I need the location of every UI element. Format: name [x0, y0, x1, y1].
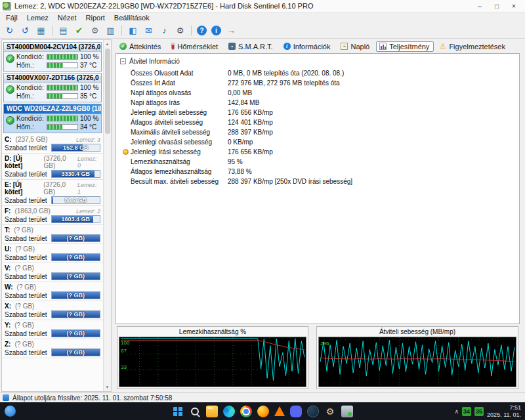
- menu-lemez[interactable]: Lemez: [22, 13, 53, 22]
- edge-icon[interactable]: [223, 406, 235, 417]
- partition-item-u[interactable]: U:(? GB)Szabad terület(? GB): [2, 244, 103, 263]
- temperature-bar: [47, 124, 78, 130]
- taskbar-clock[interactable]: 7:512025. 11. 01.: [487, 404, 521, 418]
- window-controls: – □ ×: [471, 1, 522, 11]
- check-circle-icon: ✓: [119, 43, 127, 50]
- menu-nezet[interactable]: Nézet: [53, 13, 81, 22]
- sidebar-scrollbar[interactable]: ▲ ▼: [103, 40, 111, 391]
- disk-item-st4000vx007-2dt166[interactable]: ST4000VX007-2DT166 (3726,0 GB)✓Kondíció:…: [3, 73, 102, 102]
- performance-panel: − Átvitel Információ Összes Olvasott Ada…: [116, 53, 520, 324]
- taskbar-tray: ∧34357:512025. 11. 01.: [454, 402, 521, 420]
- sidebar: ST4000DM004-2CV104 (3726,0 GB)✓Kondíció:…: [1, 39, 112, 392]
- tab-attekintes[interactable]: ✓Áttekintés: [116, 41, 166, 52]
- partition-item-e-uj-kotet[interactable]: E: [Új kötet](3726,0 GB)Lemez: 1Szabad t…: [2, 180, 103, 206]
- email-report-button[interactable]: ✉: [142, 24, 156, 37]
- menu-riport[interactable]: Riport: [81, 13, 110, 22]
- tab-homerseklet[interactable]: Hőmérséklet: [167, 41, 223, 52]
- hardware-monitor-button[interactable]: ▤: [56, 24, 70, 37]
- help-button[interactable]: ?: [197, 26, 207, 35]
- remote-monitor-button[interactable]: ◧: [126, 24, 140, 37]
- free-space-bar: (? GB): [51, 348, 101, 356]
- minimize-button[interactable]: –: [471, 1, 488, 11]
- partition-item-c[interactable]: C:(237,5 GB)Lemez: 3Szabad terület152.8 …: [2, 135, 103, 154]
- start-icon[interactable]: [173, 407, 182, 416]
- settings-button[interactable]: ⚙: [173, 24, 187, 37]
- partition-item-x[interactable]: X:(? GB)Szabad terület(? GB): [2, 301, 103, 320]
- disk-tools-button[interactable]: ⚙: [88, 24, 102, 37]
- tab-informaciok[interactable]: iInformációk: [280, 41, 336, 52]
- scrollbar-thumb[interactable]: [105, 49, 110, 134]
- scroll-up-arrow-icon[interactable]: ▲: [104, 40, 111, 48]
- rescan-disks-button[interactable]: ↺: [18, 24, 32, 37]
- partition-item-y[interactable]: Y:(? GB)Szabad terület(? GB): [2, 320, 103, 339]
- title-bar: Lemez: 2, WDC WD20EZAZ-22L9GB0 [WD-WX72D…: [0, 0, 525, 12]
- tab-s-m-a-r-t[interactable]: •S.M.A.R.T.: [224, 41, 278, 52]
- exit-button[interactable]: →: [224, 24, 238, 37]
- free-space-bar: (? GB): [51, 253, 101, 261]
- svg-text:296: 296: [320, 341, 329, 346]
- free-space-bar: (? GB): [51, 234, 101, 242]
- chart-title: Lemezkihasználtság %: [119, 328, 306, 337]
- collapse-group-icon[interactable]: −: [120, 58, 126, 64]
- disk-item-wdc[interactable]: WDC WD20EZAZ-22L9GB0 (1863,0 GB)✓Kondíci…: [3, 104, 102, 133]
- tab-teljesitmeny[interactable]: Teljesítmény: [376, 41, 434, 52]
- partition-item-w[interactable]: W:(? GB)Szabad terület(? GB): [2, 282, 103, 301]
- refresh-button[interactable]: ↻: [3, 24, 16, 37]
- menu-fajl[interactable]: Fájl: [1, 13, 22, 22]
- disk-health-ok-icon: ✓: [6, 116, 14, 125]
- disk-status-ok-button[interactable]: ✔: [72, 24, 86, 37]
- partition-item-d-uj-kotet[interactable]: D: [Új kötet](3726,0 GB)Lemez: 0Szabad t…: [2, 154, 103, 180]
- surface-test-button[interactable]: ▦: [34, 24, 48, 37]
- svg-text:33: 33: [121, 364, 127, 370]
- partition-item-f[interactable]: F:(1863,0 GB)Lemez: 2Szabad terület1603.…: [2, 206, 103, 225]
- explorer-icon[interactable]: [206, 406, 218, 417]
- search-icon[interactable]: [189, 406, 201, 417]
- tab-naplo[interactable]: ≡Napló: [337, 41, 375, 52]
- charts-row: Lemezkihasználtság %1006733Átviteli sebe…: [113, 326, 524, 392]
- chrome-icon[interactable]: [240, 406, 252, 417]
- app-window: Lemez: 2, WDC WD20EZAZ-22L9GB0 [WD-WX72D…: [0, 0, 525, 402]
- hdsentinel-icon[interactable]: [341, 406, 353, 417]
- info-circle-icon: i: [284, 43, 291, 50]
- free-space-bar: 152.8 GB: [51, 144, 101, 152]
- discord-icon[interactable]: [290, 406, 302, 417]
- free-space-bar: (? GB): [51, 291, 101, 299]
- tray-temperature-badge[interactable]: 34: [462, 407, 471, 416]
- steam-icon[interactable]: [307, 406, 319, 417]
- settings-icon[interactable]: ⚙: [324, 406, 336, 417]
- acoustic-alerts-button[interactable]: ♪: [158, 24, 171, 37]
- tray-chevron-icon[interactable]: ∧: [454, 408, 459, 415]
- maximize-button[interactable]: □: [488, 1, 505, 11]
- tab-figyelmeztetesek[interactable]: ⚠Figyelmeztetések: [435, 41, 511, 52]
- tab-bar: ✓ÁttekintésHőmérséklet•S.M.A.R.T.iInform…: [113, 39, 524, 52]
- firefox-icon[interactable]: [257, 406, 269, 417]
- tray-temperature-badge[interactable]: 35: [474, 407, 484, 416]
- partition-item-v[interactable]: V:(? GB)Szabad terület(? GB): [2, 263, 103, 282]
- taskbar-apps: ⚙: [172, 406, 353, 417]
- svg-text:67: 67: [121, 348, 127, 354]
- vlc-icon[interactable]: [274, 406, 285, 416]
- temperature-bar: [47, 93, 78, 99]
- chart-title: Átviteli sebesség (MB/mp): [318, 328, 516, 337]
- disk-item-st4000dm004-2cv104[interactable]: ST4000DM004-2CV104 (3726,0 GB)✓Kondíció:…: [3, 42, 102, 72]
- close-button[interactable]: ×: [505, 1, 522, 11]
- info-rows: Összes Olvasott Adat0 MB, 0 MB telepítés…: [120, 68, 516, 186]
- status-text: Állapot utoljára frissítve: 2025. 11. 01…: [12, 394, 172, 402]
- scroll-down-arrow-icon[interactable]: ▼: [104, 383, 111, 391]
- smart-icon: •: [228, 43, 236, 50]
- menu-beallitasok[interactable]: Beállítások: [110, 13, 154, 22]
- thermometer-icon: [171, 43, 175, 50]
- condition-bar: [47, 85, 78, 91]
- disk-panels-button[interactable]: ▥: [104, 24, 117, 37]
- app-logo-icon: [3, 2, 11, 10]
- about-info-button[interactable]: i: [211, 26, 221, 35]
- widgets-icon[interactable]: [5, 406, 16, 417]
- status-bar: Állapot utoljára frissítve: 2025. 11. 01…: [0, 392, 525, 402]
- partition-item-t[interactable]: T:(? GB)Szabad terület(? GB): [2, 225, 103, 244]
- chart-plot-area: 1006733: [119, 337, 306, 387]
- chart-plot-area: 296: [318, 337, 516, 387]
- group-title: Átvitel Információ: [129, 58, 180, 65]
- disk-name: WDC WD20EZAZ-22L9GB0 (1863,0 GB): [4, 104, 101, 114]
- lemezkihasznaltsag-chart: Lemezkihasználtság %1006733: [117, 326, 308, 389]
- partition-item-z[interactable]: Z:(? GB)Szabad terület(? GB): [2, 339, 103, 358]
